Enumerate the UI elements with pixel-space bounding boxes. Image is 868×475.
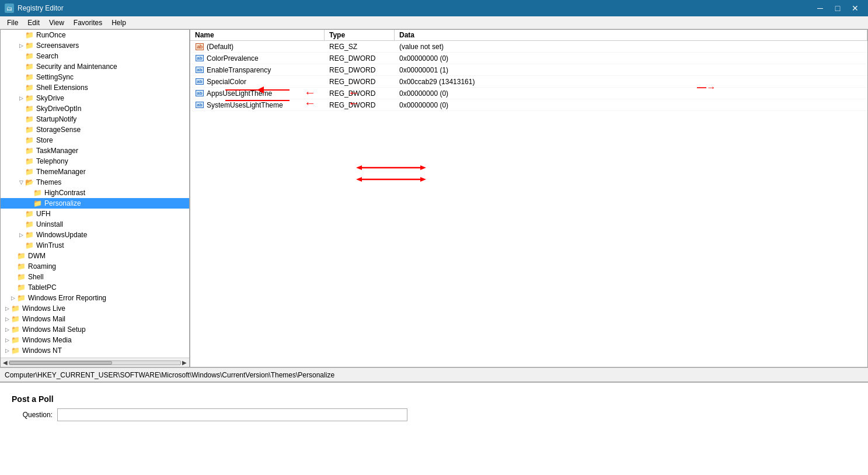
reg-dword-icon: ab xyxy=(195,54,204,63)
table-row[interactable]: ab (Default) REG_SZ (value not set) xyxy=(190,41,867,53)
scrollbar-thumb[interactable] xyxy=(9,361,112,365)
list-item[interactable]: 📁 SettingSync xyxy=(1,72,189,82)
list-item[interactable]: ▷ 📁 WindowsUpdate xyxy=(1,230,189,240)
list-item[interactable]: 📁 ThemeManager xyxy=(1,167,189,177)
expand-icon[interactable]: ▷ xyxy=(17,94,25,102)
question-row: Question: xyxy=(12,408,584,421)
list-item[interactable]: 📁 SkyDriveOptIn xyxy=(1,103,189,114)
question-label: Question: xyxy=(12,411,53,419)
list-item[interactable]: 📁 Shell xyxy=(1,272,189,282)
window-title: Registry Editor xyxy=(18,4,64,12)
list-item[interactable]: 📁 DWM xyxy=(1,251,189,261)
reg-type-default: REG_SZ xyxy=(325,42,395,51)
column-header-name[interactable]: Name xyxy=(190,30,325,40)
reg-dword-icon: ab xyxy=(195,66,204,74)
list-item[interactable]: 📁 HighContrast xyxy=(1,188,189,198)
menu-help[interactable]: Help xyxy=(107,18,131,28)
folder-icon: 📁 xyxy=(25,41,34,50)
reg-type-colorprevalence: REG_DWORD xyxy=(325,54,395,63)
close-button[interactable]: ✕ xyxy=(847,0,863,16)
column-header-type[interactable]: Type xyxy=(325,30,395,40)
reg-data-default: (value not set) xyxy=(395,42,867,51)
main-container: 📁 RunOnce ▷ 📁 Screensavers 📁 Search 📁 Se… xyxy=(0,29,868,367)
list-item[interactable]: ▷ 📁 Windows Error Reporting xyxy=(1,293,189,303)
list-item[interactable]: ▽ 📂 Themes xyxy=(1,177,189,188)
reg-type-specialcolor: REG_DWORD xyxy=(325,77,395,86)
list-item[interactable]: ▷ 📁 Windows Mail xyxy=(1,314,189,324)
expand-icon[interactable]: ▷ xyxy=(3,336,11,344)
reg-name-enabletransparency: ab EnableTransparency xyxy=(190,65,325,75)
expand-icon[interactable]: ▷ xyxy=(3,315,11,323)
list-item[interactable]: 📁 TabletPC xyxy=(1,282,189,293)
list-item[interactable]: ▷ 📁 Windows Mail Setup xyxy=(1,324,189,335)
selected-tree-item[interactable]: 📁 Personalize xyxy=(1,198,189,209)
expand-icon[interactable]: ▷ xyxy=(3,304,11,313)
expand-icon[interactable]: ▽ xyxy=(17,178,25,186)
tree-content[interactable]: 📁 RunOnce ▷ 📁 Screensavers 📁 Search 📁 Se… xyxy=(1,30,189,358)
folder-icon: 📁 xyxy=(25,241,34,249)
list-item[interactable]: 📁 RunOnce xyxy=(1,30,189,40)
list-item[interactable]: ▷ 📁 Windows Live xyxy=(1,303,189,314)
folder-icon: 📁 xyxy=(17,273,26,281)
list-item[interactable]: 📁 StorageSense xyxy=(1,124,189,135)
list-item[interactable]: 📁 Telephony xyxy=(1,156,189,167)
folder-icon: 📁 xyxy=(33,199,43,207)
folder-icon: 📁 xyxy=(25,157,34,165)
folder-icon: 📁 xyxy=(25,52,34,60)
reg-sz-icon: ab xyxy=(195,43,204,51)
folder-icon: 📁 xyxy=(25,84,34,92)
values-header: Name Type Data xyxy=(190,30,867,41)
table-row[interactable]: ab SystemUsesLightTheme REG_DWORD 0x0000… xyxy=(190,99,867,111)
menu-file[interactable]: File xyxy=(2,18,23,28)
menu-view[interactable]: View xyxy=(44,18,69,28)
reg-data-enabletransparency: 0x00000001 (1) xyxy=(395,65,867,75)
scroll-right-btn[interactable]: ▶ xyxy=(181,359,188,366)
column-header-data[interactable]: Data xyxy=(395,30,867,40)
list-item[interactable]: 📁 Shell Extensions xyxy=(1,82,189,93)
menu-favorites[interactable]: Favorites xyxy=(69,18,107,28)
scroll-left-btn[interactable]: ◀ xyxy=(2,359,9,366)
folder-icon: 📁 xyxy=(25,168,34,176)
menu-edit[interactable]: Edit xyxy=(23,18,44,28)
menu-bar: File Edit View Favorites Help xyxy=(0,16,868,29)
table-row[interactable]: ab AppsUseLightTheme REG_DWORD 0x0000000… xyxy=(190,88,867,99)
list-item[interactable]: ▷ 📁 Screensavers xyxy=(1,40,189,51)
reg-data-appsuselighttheme: 0x00000000 (0) xyxy=(395,89,867,98)
table-row[interactable]: ab ColorPrevalence REG_DWORD 0x00000000 … xyxy=(190,53,867,64)
scrollbar-track[interactable] xyxy=(9,360,181,365)
maximize-button[interactable]: □ xyxy=(829,0,846,16)
list-item[interactable]: 📁 Search xyxy=(1,51,189,61)
folder-icon: 📁 xyxy=(25,105,34,113)
list-item[interactable]: 📁 Security and Maintenance xyxy=(1,61,189,72)
folder-icon: 📁 xyxy=(25,31,34,39)
list-item[interactable]: 📁 Store xyxy=(1,135,189,145)
list-item[interactable]: 📁 Uninstall xyxy=(1,219,189,230)
folder-icon: 📁 xyxy=(33,189,43,197)
table-row[interactable]: ab SpecialColor REG_DWORD 0x00ccab29 (13… xyxy=(190,76,867,88)
folder-icon: 📁 xyxy=(11,346,20,355)
expand-icon[interactable]: ▷ xyxy=(3,346,11,355)
list-item[interactable]: 📁 WinTrust xyxy=(1,240,189,251)
horizontal-scrollbar[interactable]: ◀ ▶ xyxy=(1,358,189,367)
list-item[interactable]: 📁 UFH xyxy=(1,209,189,219)
expand-icon[interactable]: ▷ xyxy=(17,41,25,50)
reg-name-specialcolor: ab SpecialColor xyxy=(190,77,325,86)
folder-icon: 📁 xyxy=(25,136,34,144)
list-item[interactable]: ▷ 📁 Windows NT xyxy=(1,345,189,356)
list-item[interactable]: 📁 StartupNotify xyxy=(1,114,189,124)
expand-icon[interactable]: ▷ xyxy=(9,294,17,302)
minimize-button[interactable]: ─ xyxy=(812,0,828,16)
table-row[interactable]: ab EnableTransparency REG_DWORD 0x000000… xyxy=(190,64,867,76)
values-panel[interactable]: Name Type Data ab (Default) REG_SZ (valu… xyxy=(190,30,867,111)
reg-data-colorprevalence: 0x00000000 (0) xyxy=(395,54,867,63)
expand-icon[interactable]: ▷ xyxy=(3,325,11,334)
list-item[interactable]: 📁 TaskManager xyxy=(1,145,189,156)
tree-panel: 📁 RunOnce ▷ 📁 Screensavers 📁 Search 📁 Se… xyxy=(1,30,190,367)
expand-icon[interactable]: ▷ xyxy=(17,231,25,239)
question-input[interactable] xyxy=(57,408,407,421)
list-item[interactable]: 📁 Roaming xyxy=(1,261,189,272)
title-bar: 🗂 Registry Editor ─ □ ✕ xyxy=(0,0,868,16)
window-controls: ─ □ ✕ xyxy=(812,0,863,16)
list-item[interactable]: ▷ 📁 Windows Media xyxy=(1,335,189,345)
list-item[interactable]: ▷ 📁 SkyDrive xyxy=(1,93,189,103)
